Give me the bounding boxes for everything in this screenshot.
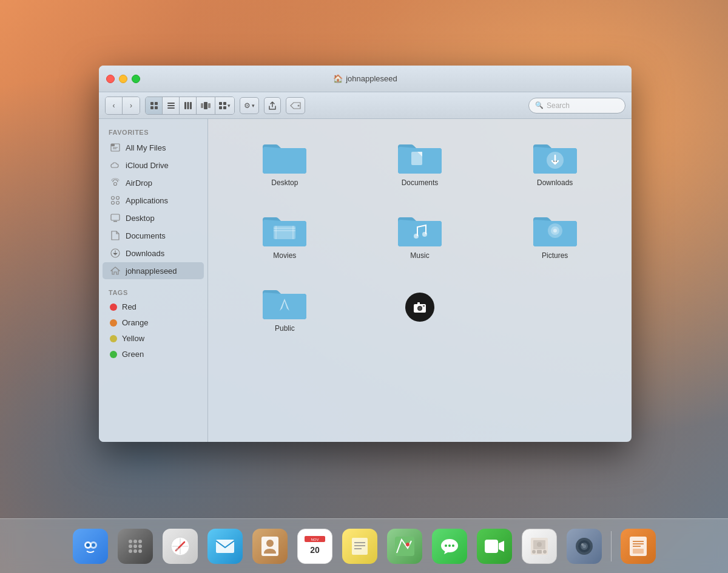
dock-pages[interactable]: [618, 526, 659, 567]
sidebar-item-downloads[interactable]: Downloads: [103, 245, 204, 262]
favorites-section-title: Favorites: [99, 125, 207, 138]
tag-orange-label: Orange: [122, 318, 148, 327]
forward-button[interactable]: ›: [123, 97, 140, 114]
movies-folder-label: Movies: [273, 251, 296, 260]
sidebar: Favorites All My Files iCloud Drive AirD…: [99, 119, 208, 442]
svg-point-37: [414, 234, 419, 239]
icon-view-icon: [150, 101, 158, 110]
tag-orange-dot: [110, 319, 117, 327]
folder-public[interactable]: Public: [220, 277, 349, 337]
share-button[interactable]: [264, 97, 281, 114]
desktop-icon: [110, 212, 121, 223]
svg-text:20: 20: [310, 545, 320, 555]
dock-isight[interactable]: [564, 526, 605, 567]
svg-rect-5: [167, 105, 175, 106]
svg-rect-3: [155, 106, 158, 109]
folder-desktop[interactable]: Desktop: [220, 131, 349, 192]
svg-rect-65: [216, 540, 234, 553]
search-placeholder: Search: [547, 101, 570, 110]
icloud-icon: [110, 160, 121, 171]
cover-flow-button[interactable]: [197, 97, 215, 114]
svg-point-93: [581, 543, 584, 546]
dock-notes[interactable]: [339, 526, 380, 567]
sidebar-item-tag-green[interactable]: Green: [103, 347, 204, 362]
group-button[interactable]: ▾: [215, 97, 234, 114]
list-view-button[interactable]: [163, 97, 180, 114]
svg-point-79: [445, 544, 447, 547]
desktop-folder-label: Desktop: [271, 178, 298, 187]
minimize-button[interactable]: [119, 75, 127, 83]
svg-point-53: [133, 540, 137, 543]
dock-notes-icon: [342, 529, 377, 564]
share-icon: [268, 101, 277, 110]
close-button[interactable]: [106, 75, 115, 83]
search-box[interactable]: 🔍 Search: [528, 98, 625, 114]
dock-photo-booth[interactable]: [519, 526, 560, 567]
folder-pictures[interactable]: Pictures: [490, 204, 619, 265]
sidebar-item-johnappleseed[interactable]: johnappleseed: [103, 262, 204, 279]
svg-point-86: [532, 550, 536, 554]
dock-contacts[interactable]: [249, 526, 291, 567]
camera-area: [396, 288, 444, 327]
movies-folder-icon: [260, 209, 309, 248]
action-button[interactable]: ⚙ ▾: [240, 97, 259, 114]
svg-point-50: [86, 543, 90, 547]
tag-yellow-dot: [110, 335, 117, 342]
svg-point-57: [138, 544, 142, 548]
tag-red-dot: [110, 303, 117, 311]
back-icon: ‹: [113, 101, 115, 110]
dock: NOV 20: [0, 518, 728, 573]
svg-point-59: [133, 549, 137, 553]
airdrop-icon: [110, 177, 121, 188]
tag-yellow-label: Yellow: [122, 334, 144, 343]
folder-music[interactable]: Music: [356, 204, 485, 265]
sidebar-item-tag-orange[interactable]: Orange: [103, 315, 204, 330]
column-view-button[interactable]: [180, 97, 197, 114]
svg-point-60: [138, 549, 142, 553]
sidebar-item-documents[interactable]: Documents: [103, 227, 204, 244]
maximize-button[interactable]: [132, 75, 140, 83]
back-button[interactable]: ‹: [106, 97, 123, 114]
dock-maps[interactable]: [384, 526, 425, 567]
forward-icon: ›: [130, 101, 132, 110]
dock-calendar[interactable]: NOV 20: [294, 526, 335, 567]
dock-isight-icon: [567, 529, 602, 564]
folder-documents[interactable]: Documents: [356, 131, 485, 192]
all-my-files-icon: [110, 142, 121, 153]
svg-rect-0: [150, 102, 153, 105]
dock-messages[interactable]: [429, 526, 470, 567]
downloads-icon: [110, 248, 121, 259]
svg-rect-13: [219, 102, 222, 105]
sidebar-item-applications[interactable]: Applications: [103, 192, 204, 209]
sidebar-item-all-my-files[interactable]: All My Files: [103, 139, 204, 156]
tag-green-dot: [110, 351, 117, 358]
folder-downloads[interactable]: Downloads: [490, 131, 619, 192]
svg-point-24: [116, 197, 120, 200]
dock-separator: [611, 531, 612, 561]
pictures-folder-icon: [531, 209, 579, 248]
sidebar-item-tag-yellow[interactable]: Yellow: [103, 331, 204, 346]
folder-movies[interactable]: Movies: [220, 204, 349, 265]
music-folder-label: Music: [410, 251, 429, 260]
svg-rect-6: [167, 107, 175, 109]
sidebar-item-airdrop[interactable]: AirDrop: [103, 174, 204, 191]
screenshot-item[interactable]: [356, 277, 485, 337]
dock-mail[interactable]: [204, 526, 246, 567]
svg-point-55: [129, 544, 132, 548]
icon-view-button[interactable]: [146, 97, 163, 114]
svg-rect-28: [113, 221, 117, 222]
main-content: Desktop Documents: [208, 119, 632, 442]
svg-rect-10: [201, 103, 203, 108]
dock-launchpad[interactable]: [115, 526, 156, 567]
sidebar-item-desktop[interactable]: Desktop: [103, 209, 204, 226]
tag-button[interactable]: [286, 97, 305, 114]
dock-safari[interactable]: [160, 526, 201, 567]
dock-finder[interactable]: [70, 526, 111, 567]
sidebar-item-tag-red[interactable]: Red: [103, 299, 204, 314]
public-folder-icon: [260, 282, 309, 320]
dock-facetime[interactable]: [474, 526, 515, 567]
svg-rect-98: [633, 549, 644, 554]
sidebar-item-icloud-drive[interactable]: iCloud Drive: [103, 157, 204, 174]
dock-mail-icon: [207, 529, 243, 564]
dock-finder-icon: [73, 529, 108, 564]
